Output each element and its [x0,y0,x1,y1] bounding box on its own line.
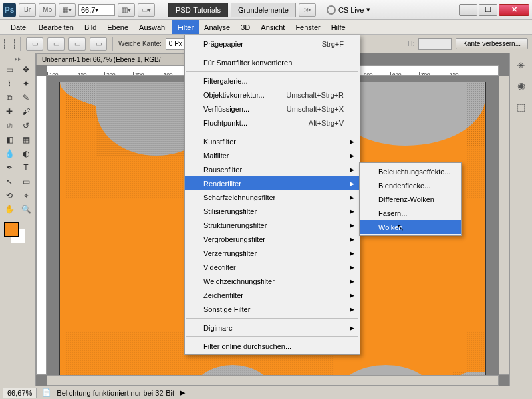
panel-icon-layers[interactable]: ◈ [514,57,529,72]
menu-item-sonstige[interactable]: Sonstige Filter▶ [185,302,360,316]
menu-item-vergroeberungsfilter[interactable]: Vergröberungsfilter▶ [185,232,360,246]
selection-add-icon[interactable]: ▭ [47,37,65,51]
submenu-item-differenz-wolken[interactable]: Differenz-Wolken [360,192,461,206]
menu-datei[interactable]: Datei [5,20,33,34]
tool-stamp[interactable]: ⎚ [1,119,17,132]
minibridge-button[interactable]: Mb [39,3,56,17]
ruler-vertical [36,76,47,375]
menu-bearbeiten[interactable]: Bearbeiten [33,20,79,34]
workspace-more-button[interactable]: ≫ [299,3,316,17]
tool-eraser[interactable]: ◧ [1,133,17,146]
tool-gradient[interactable]: ▦ [18,133,34,146]
tool-pen[interactable]: ✒ [1,161,17,174]
menu-item-videofilter[interactable]: Videofilter▶ [185,260,360,274]
arrange-button[interactable]: ▥▾ [118,3,135,17]
selection-new-icon[interactable]: ▭ [26,37,43,51]
scrollbar-vertical[interactable] [499,76,509,375]
tool-zoom[interactable]: 🔍 [18,203,34,216]
menu-auswahl[interactable]: Auswahl [134,20,172,34]
menu-item-objektivkorrektur[interactable]: Objektivkorrektur...Umschalt+Strg+R [185,88,360,102]
menu-item-verzerrungsfilter[interactable]: Verzerrungsfilter▶ [185,246,360,260]
tool-path[interactable]: ↖ [1,175,17,188]
toolbox: ▸▸ ▭✥ ⌇✦ ⧉✎ ✚🖌 ⎚↺ ◧▦ 💧◐ ✒T ↖▭ ⟲⌖ ✋🔍 [0,53,36,386]
cslive-icon [327,5,336,15]
scrollbar-horizontal[interactable] [47,375,499,386]
menu-item-kunstfilter[interactable]: Kunstfilter▶ [185,134,360,148]
menu-item-rauschfilter[interactable]: Rauschfilter▶ [185,162,360,176]
tool-crop[interactable]: ⧉ [1,91,17,104]
cslive-label: CS Live [338,6,364,14]
status-arrow-icon[interactable]: ▶ [180,388,185,397]
tool-brush[interactable]: 🖌 [18,105,34,118]
menu-item-zeichenfilter[interactable]: Zeichenfilter▶ [185,288,360,302]
zoom-level-input[interactable]: 66,7 ▾ [78,4,115,16]
menu-item-last-filter[interactable]: PrägepapierStrg+F [185,37,360,51]
menu-item-strukturierungsfilter[interactable]: Strukturierungsfilter▶ [185,218,360,232]
close-button[interactable]: ✕ [499,4,529,16]
menubar: Datei Bearbeiten Bild Ebene Auswahl Filt… [0,20,532,35]
menu-fenster[interactable]: Fenster [290,20,325,34]
tool-dodge[interactable]: ◐ [18,147,34,160]
menu-item-filter-online[interactable]: Filter online durchsuchen... [185,339,360,353]
tool-healing[interactable]: ✚ [1,105,17,118]
panel-icon-paths[interactable]: ⬚ [514,100,529,114]
cslive-button[interactable]: CS Live ▾ [327,5,371,15]
submenu-item-blendenflecke[interactable]: Blendenflecke... [360,178,461,192]
menu-ebene[interactable]: Ebene [102,20,134,34]
selection-subtract-icon[interactable]: ▭ [68,37,86,51]
view-extras-button[interactable]: ▦▾ [59,3,76,17]
tool-hand[interactable]: ✋ [1,203,17,216]
tool-preset-icon[interactable] [4,39,15,49]
tool-3d[interactable]: ⟲ [1,189,17,202]
toolbox-grip[interactable]: ▸▸ [1,55,34,63]
feather-label: Weiche Kante: [118,40,162,47]
submenu-item-fasern[interactable]: Fasern... [360,206,461,220]
status-doc-icon: 📄 [42,388,51,397]
photoshop-logo: Ps [3,3,16,17]
height-input [418,38,452,50]
tool-shape[interactable]: ▭ [18,175,34,188]
tool-3dcam[interactable]: ⌖ [18,189,34,202]
menu-3d[interactable]: 3D [235,20,255,34]
tool-eyedropper[interactable]: ✎ [18,91,34,104]
menu-item-malfilter[interactable]: Malfilter▶ [185,148,360,162]
screenmode-button[interactable]: ▭▾ [138,3,155,17]
tool-marquee[interactable]: ▭ [1,63,17,76]
foreground-color[interactable] [4,222,19,237]
menu-item-digimarc[interactable]: Digimarc▶ [185,321,360,334]
renderfilter-submenu: Beleuchtungseffekte... Blendenflecke... … [359,162,462,236]
minimize-button[interactable]: — [459,4,477,16]
tool-wand[interactable]: ✦ [18,77,34,90]
menu-item-stilisierungsfilter[interactable]: Stilisierungsfilter▶ [185,204,360,218]
tool-type[interactable]: T [18,161,34,174]
menu-item-renderfilter[interactable]: Renderfilter▶ [185,176,360,190]
menu-item-verfluessigen[interactable]: Verflüssigen...Umschalt+Strg+X [185,102,360,116]
panel-icon-channels[interactable]: ◉ [514,78,529,93]
menu-item-scharfzeichnungsfilter[interactable]: Scharfzeichnungsfilter▶ [185,190,360,204]
menu-analyse[interactable]: Analyse [199,20,235,34]
submenu-item-beleuchtung[interactable]: Beleuchtungseffekte... [360,164,461,178]
tool-blur[interactable]: 💧 [1,147,17,160]
menu-item-filtergalerie[interactable]: Filtergalerie... [185,74,360,88]
menu-bild[interactable]: Bild [79,20,102,34]
titlebar: Ps Br Mb ▦▾ 66,7 ▾ ▥▾ ▭▾ PSD-Tutorials G… [0,0,532,20]
submenu-item-wolken[interactable]: Wolken [360,220,461,234]
tool-lasso[interactable]: ⌇ [1,77,17,90]
workspace-tab-grundelemente[interactable]: Grundelemente [231,3,296,17]
bridge-button[interactable]: Br [19,3,36,17]
color-swatches[interactable] [1,221,34,247]
right-panel-dock: ◈ ◉ ⬚ [509,53,532,386]
status-zoom[interactable]: 66,67% [3,388,37,398]
menu-item-smartfilter[interactable]: Für Smartfilter konvertieren [185,55,360,69]
menu-ansicht[interactable]: Ansicht [255,20,290,34]
menu-filter[interactable]: Filter [172,20,199,34]
tool-history-brush[interactable]: ↺ [18,119,34,132]
workspace-tab-tutorials[interactable]: PSD-Tutorials [168,3,228,17]
menu-item-weichzeichnungsfilter[interactable]: Weichzeichnungsfilter▶ [185,274,360,288]
menu-hilfe[interactable]: Hilfe [326,20,351,34]
refine-edge-button[interactable]: Kante verbessern... [456,38,528,49]
maximize-button[interactable]: ☐ [479,4,497,16]
tool-move[interactable]: ✥ [18,63,34,76]
menu-item-fluchtpunkt[interactable]: Fluchtpunkt...Alt+Strg+V [185,116,360,130]
selection-intersect-icon[interactable]: ▭ [90,37,107,51]
